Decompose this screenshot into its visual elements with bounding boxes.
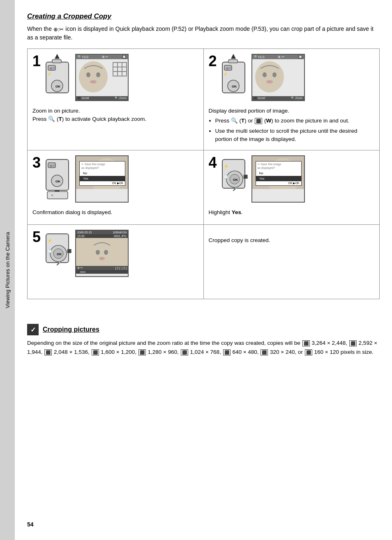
- step3-camera: W T OK ≡: [44, 155, 73, 201]
- svg-text:W: W: [50, 67, 53, 70]
- steps-row-3: 5 ⚡ OK 🕐: [28, 225, 379, 299]
- svg-point-25: [266, 80, 273, 83]
- step-cell-3: 3 W T OK: [28, 150, 204, 224]
- svg-point-11: [96, 72, 100, 77]
- dialog3-ok: OK ▶OK: [80, 181, 125, 185]
- svg-text:OK: OK: [55, 180, 60, 183]
- step-cell-5-text: Cropped copy is created.: [204, 225, 380, 299]
- svg-text:T: T: [53, 67, 55, 70]
- note-text: Depending on the size of the original pi…: [27, 339, 380, 356]
- steps-row-2: 3 W T OK: [28, 150, 379, 225]
- svg-text:🕐: 🕐: [47, 249, 52, 254]
- svg-text:⚡: ⚡: [224, 164, 229, 169]
- note-header: ✓ Cropping pictures: [27, 324, 380, 335]
- step4-dialog-title: ✂ Save this imageas displayed?: [256, 162, 301, 171]
- svg-text:⚡: ⚡: [47, 238, 53, 243]
- sidebar-label: Viewing Pictures on the Camera: [5, 232, 11, 308]
- dialog4-ok: OK ▶OK: [256, 181, 301, 185]
- svg-point-57: [88, 240, 116, 266]
- svg-text:T: T: [229, 67, 231, 70]
- svg-marker-8: [55, 54, 60, 59]
- step-number-2: 2: [209, 54, 217, 69]
- svg-point-58: [96, 250, 100, 255]
- note-title: Cropping pictures: [43, 326, 99, 333]
- svg-rect-33: [47, 192, 68, 199]
- step4-text: Highlight Yes.: [209, 208, 375, 217]
- svg-text:OK: OK: [57, 252, 62, 256]
- note-icon: ✓: [27, 324, 39, 335]
- svg-rect-20: [228, 60, 238, 63]
- dialog4-yes: Yes: [256, 176, 301, 181]
- step1-screen: 🔍×3.0 ⊕:✂ 🔲: [75, 54, 129, 101]
- step-number-3: 3: [32, 155, 41, 170]
- svg-rect-7: [52, 60, 61, 63]
- sidebar: Viewing Pictures on the Camera: [0, 0, 15, 540]
- step-cell-2: 2 W T ⚡: [204, 49, 380, 150]
- svg-point-24: [272, 72, 277, 77]
- svg-text:OK: OK: [55, 85, 60, 88]
- step-number-5: 5: [32, 230, 41, 245]
- step-number-1: 1: [32, 54, 41, 69]
- step-number-4: 4: [209, 155, 217, 170]
- svg-marker-21: [231, 54, 236, 59]
- svg-point-12: [90, 80, 97, 83]
- svg-text:🕐: 🕐: [224, 174, 228, 179]
- step-cell-4: 4 ⚡: [204, 150, 380, 224]
- step2-text: Display desired portion of image. Press …: [209, 107, 375, 145]
- svg-text:W: W: [50, 164, 53, 167]
- step2-camera: W T ⚡ OK: [220, 54, 249, 99]
- step5-camera: ⚡ OK 🕐 ⬛ 🎤: [44, 230, 73, 275]
- dialog4-no: No: [256, 171, 301, 176]
- svg-point-59: [104, 250, 108, 255]
- note-section: ✓ Cropping pictures Depending on the siz…: [27, 320, 380, 356]
- step5-screen: 2006.05.15 106NIKON 15:30 0002.JPG: [75, 230, 129, 277]
- svg-text:🎤: 🎤: [56, 261, 61, 266]
- step3-dialog: ✂ Save this imageas displayed? No Yes OK…: [79, 161, 125, 186]
- step4-dialog: ✂ Save this imageas displayed? No Yes OK…: [256, 161, 302, 186]
- section-title: Creating a Cropped Copy: [27, 12, 380, 21]
- step-cell-1: 1 W: [28, 49, 204, 150]
- step1-text: Zoom in on picture. Press 🔍 (T) to activ…: [32, 107, 198, 124]
- step3-dialog-title: ✂ Save this imageas displayed?: [80, 162, 125, 171]
- svg-text:OK: OK: [232, 85, 237, 88]
- steps-row-1: 1 W: [28, 49, 379, 150]
- steps-grid: 1 W: [27, 48, 380, 299]
- grid-overlay: [113, 62, 127, 76]
- dialog3-no: No: [80, 171, 125, 176]
- svg-text:W: W: [226, 67, 229, 70]
- svg-text:T: T: [53, 164, 55, 167]
- svg-text:🎤: 🎤: [233, 187, 238, 192]
- svg-text:⚡: ⚡: [224, 72, 228, 76]
- svg-point-10: [86, 72, 90, 77]
- step3-text: Confirmation dialog is displayed.: [32, 208, 198, 217]
- step1-camera: W T ⚡ OK: [44, 54, 73, 99]
- svg-point-60: [99, 257, 105, 260]
- svg-point-23: [263, 72, 267, 77]
- svg-text:≡: ≡: [51, 194, 53, 197]
- step-cell-5: 5 ⚡ OK 🕐: [28, 225, 204, 299]
- step4-screen: ✂ Save this imageas displayed? No Yes OK…: [251, 155, 305, 203]
- svg-text:⚡: ⚡: [47, 72, 51, 76]
- svg-text:⬛: ⬛: [243, 174, 248, 179]
- dialog3-yes: Yes: [80, 176, 125, 181]
- svg-text:⬛: ⬛: [67, 249, 72, 254]
- step5-text: Cropped copy is created.: [209, 232, 375, 245]
- step3-screen: ✂ Save this imageas displayed? No Yes OK…: [75, 155, 129, 203]
- main-content: Creating a Cropped Copy When the ⊕:✂ ico…: [15, 0, 392, 540]
- page-number: 54: [27, 513, 380, 528]
- intro-text: When the ⊕:✂ icon is displayed in Quick …: [27, 25, 380, 42]
- step4-camera: ⚡ OK 🕐 ⬛: [220, 155, 249, 201]
- svg-text:OK: OK: [233, 178, 238, 182]
- step2-screen: 🔍×2.0 ⊕:✂ 🔲: [251, 54, 305, 101]
